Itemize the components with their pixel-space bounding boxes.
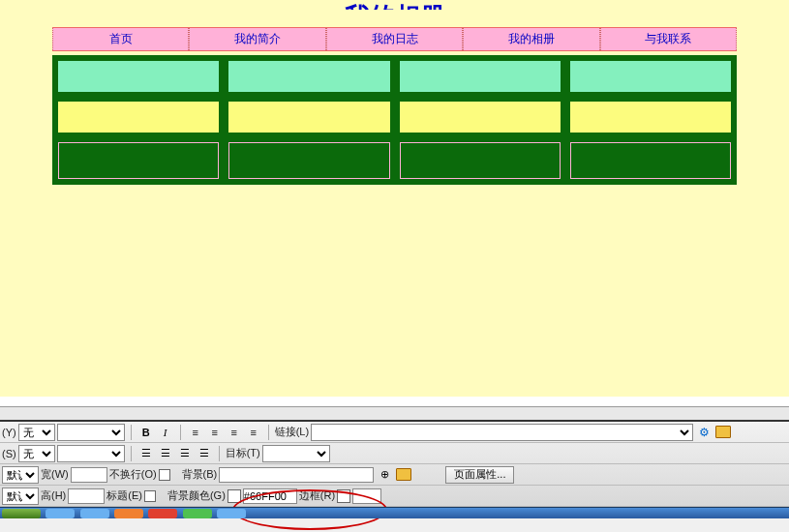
taskbar[interactable] bbox=[0, 507, 789, 518]
suffix-y-label: (Y) bbox=[2, 427, 16, 438]
width-label: 宽(W) bbox=[41, 467, 69, 482]
nav-contact[interactable]: 与我联系 bbox=[600, 28, 737, 50]
nowrap-checkbox[interactable] bbox=[159, 469, 170, 481]
bgcolor-input[interactable] bbox=[243, 488, 297, 504]
link-label: 链接(L) bbox=[275, 425, 309, 439]
nav-album[interactable]: 我的相册 bbox=[463, 28, 599, 50]
italic-button[interactable]: I bbox=[157, 425, 174, 440]
font-combo[interactable] bbox=[57, 424, 125, 441]
vert-combo[interactable]: 默认 bbox=[2, 488, 39, 505]
page-title: 我的相册 bbox=[0, 0, 789, 10]
horz-combo[interactable]: 默认 bbox=[2, 466, 39, 484]
table-cell[interactable] bbox=[400, 142, 561, 179]
divider bbox=[180, 425, 181, 440]
nav-home[interactable]: 首页 bbox=[52, 28, 189, 50]
nav-blog[interactable]: 我的日志 bbox=[326, 28, 463, 50]
properties-toolbar: (Y) 无 B I ≡ ≡ ≡ ≡ 链接(L) ⚙ (S) 无 ☰ ☰ ☰ ☰ … bbox=[0, 420, 789, 507]
target-combo[interactable] bbox=[262, 445, 330, 462]
border-input[interactable] bbox=[352, 488, 381, 504]
border-swatch[interactable] bbox=[337, 489, 350, 503]
align-right-icon[interactable]: ≡ bbox=[226, 425, 243, 440]
indent-icon[interactable]: ☰ bbox=[196, 446, 213, 461]
height-input[interactable] bbox=[68, 488, 105, 504]
olist-icon[interactable]: ☰ bbox=[157, 446, 174, 461]
table-cell[interactable] bbox=[570, 61, 731, 92]
table-cell[interactable] bbox=[58, 102, 219, 133]
table-cell[interactable] bbox=[400, 61, 561, 92]
gap-strip bbox=[0, 397, 789, 406]
divider bbox=[219, 446, 220, 461]
title-checkbox[interactable] bbox=[144, 490, 156, 502]
bg-label: 背景(B) bbox=[182, 467, 218, 482]
size-combo[interactable] bbox=[57, 445, 125, 462]
outdent-icon[interactable]: ☰ bbox=[176, 446, 194, 461]
width-input[interactable] bbox=[71, 467, 107, 483]
nowrap-label: 不换行(O) bbox=[109, 467, 157, 482]
table-cell[interactable] bbox=[570, 102, 731, 133]
bg-target-icon[interactable]: ⊕ bbox=[376, 467, 393, 483]
table-cell[interactable] bbox=[58, 142, 219, 179]
align-justify-icon[interactable]: ≡ bbox=[245, 425, 262, 440]
nav-profile[interactable]: 我的简介 bbox=[189, 28, 325, 50]
bold-button[interactable]: B bbox=[137, 425, 155, 440]
format-y-combo[interactable]: 无 bbox=[18, 424, 55, 441]
chain-link-icon[interactable]: ⚙ bbox=[695, 425, 713, 440]
divider bbox=[131, 446, 132, 461]
page-properties-button[interactable]: 页面属性... bbox=[445, 466, 514, 484]
scrollbar[interactable] bbox=[0, 406, 789, 420]
title-label: 标题(E) bbox=[106, 488, 142, 503]
table-cell[interactable] bbox=[228, 102, 389, 133]
table-cell[interactable] bbox=[400, 102, 561, 133]
bg-input[interactable] bbox=[219, 467, 374, 483]
target-label: 目标(T) bbox=[226, 446, 260, 460]
bgcolor-label: 背景颜色(G) bbox=[167, 488, 226, 503]
format-s-combo[interactable]: 无 bbox=[18, 445, 55, 462]
table-cell[interactable] bbox=[228, 142, 389, 179]
divider bbox=[131, 425, 132, 440]
border-label: 边框(R) bbox=[299, 488, 335, 503]
table-cell[interactable] bbox=[570, 142, 731, 179]
align-center-icon[interactable]: ≡ bbox=[206, 425, 224, 440]
bg-browse-icon[interactable] bbox=[395, 467, 412, 483]
height-label: 高(H) bbox=[41, 488, 66, 503]
ulist-icon[interactable]: ☰ bbox=[137, 446, 155, 461]
suffix-s-label: (S) bbox=[2, 448, 16, 459]
browse-icon[interactable] bbox=[714, 425, 732, 440]
table-grid[interactable] bbox=[52, 55, 737, 185]
nav-bar: 首页 我的简介 我的日志 我的相册 与我联系 bbox=[52, 27, 737, 51]
divider bbox=[268, 425, 269, 440]
link-combo[interactable] bbox=[311, 424, 693, 441]
table-cell[interactable] bbox=[228, 61, 389, 92]
table-cell[interactable] bbox=[58, 61, 219, 92]
bgcolor-swatch[interactable] bbox=[228, 489, 241, 503]
align-left-icon[interactable]: ≡ bbox=[187, 425, 204, 440]
